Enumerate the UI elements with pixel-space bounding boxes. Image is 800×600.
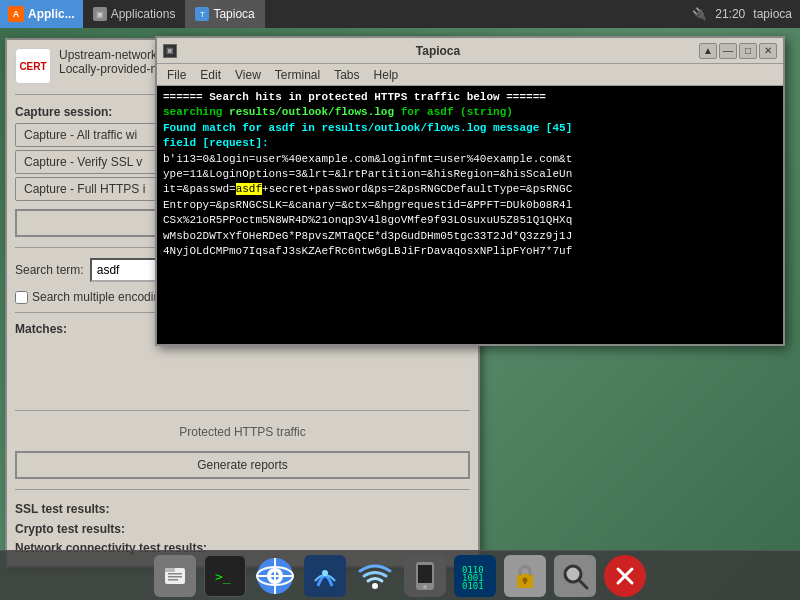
terminal-line-1: ====== Search hits in protected HTTPS tr…	[163, 90, 777, 105]
terminal-menu-tabs[interactable]: Tabs	[328, 66, 365, 84]
wifi-icon-svg	[356, 557, 394, 595]
dock-close-icon[interactable]	[604, 555, 646, 597]
crypto-label: Crypto test results:	[15, 522, 125, 536]
terminal-line-5: b'i13=0&login=user%40example.com&loginfm…	[163, 152, 777, 167]
dock-files-icon[interactable]	[154, 555, 196, 597]
dock-phone-icon[interactable]	[404, 555, 446, 597]
taskbar-window-applications[interactable]: ▣ Applications	[83, 0, 186, 28]
svg-point-16	[423, 585, 427, 589]
phone-icon-svg	[412, 561, 438, 591]
terminal-line-6: ype=11&LoginOptions=3&lrt=&lrtPartition=…	[163, 167, 777, 182]
terminal-window: ▣ Tapioca ▲ — □ ✕ File Edit View Termina…	[155, 36, 785, 346]
protected-https-label: Protected HTTPS traffic	[15, 421, 470, 443]
svg-rect-4	[168, 579, 178, 581]
generate-reports-btn[interactable]: Generate reports	[15, 451, 470, 479]
svg-point-12	[322, 570, 328, 576]
terminal-btn-minimize[interactable]: —	[719, 43, 737, 59]
terminal-line-4: field [request]:	[163, 136, 777, 151]
tapioca-window-icon: T	[195, 7, 209, 21]
svg-rect-3	[168, 576, 182, 578]
files-icon-svg	[161, 562, 189, 590]
dock-search-icon[interactable]	[554, 555, 596, 597]
terminal-line-2: searching results/outlook/flows.log for …	[163, 105, 777, 120]
taskbar-bottom: >_	[0, 550, 800, 600]
ssl-test-results: SSL test results:	[15, 500, 470, 519]
dock-lock-icon[interactable]	[504, 555, 546, 597]
browser-icon-svg	[255, 556, 295, 596]
svg-line-24	[579, 580, 587, 588]
terminal-menu-edit[interactable]: Edit	[194, 66, 227, 84]
wireshark-icon-svg	[310, 561, 340, 591]
clock: 21:20	[715, 7, 745, 21]
binary-icon-svg: 0110 1001 0101	[460, 561, 490, 591]
terminal-btn-maximize[interactable]: □	[739, 43, 757, 59]
divider-3	[15, 410, 470, 411]
lock-icon-svg	[511, 561, 539, 591]
tapioca-window-label: Tapioca	[213, 7, 254, 21]
dock-binary-icon[interactable]: 0110 1001 0101	[454, 555, 496, 597]
app-menu-icon: A	[8, 6, 24, 22]
terminal-btn-up[interactable]: ▲	[699, 43, 717, 59]
terminal-line-8: Entropy=&psRNGCSLK=&canary=&ctx=&hpgrequ…	[163, 198, 777, 213]
terminal-icon-svg: >_	[211, 562, 239, 590]
crypto-test-results: Crypto test results:	[15, 520, 470, 539]
dock-wifi-icon[interactable]	[354, 555, 396, 597]
terminal-menu-file[interactable]: File	[161, 66, 192, 84]
terminal-content: ====== Search hits in protected HTTPS tr…	[157, 86, 783, 344]
taskbar-top: A Applic... ▣ Applications T Tapioca 🔌 2…	[0, 0, 800, 28]
terminal-titlebar: ▣ Tapioca ▲ — □ ✕	[157, 38, 783, 64]
terminal-menu-help[interactable]: Help	[368, 66, 405, 84]
matches-label: Matches:	[15, 322, 67, 336]
terminal-line-3: Found match for asdf in results/outlook/…	[163, 121, 777, 136]
applications-window-icon: ▣	[93, 7, 107, 21]
app-menu-label: Applic...	[28, 7, 75, 21]
terminal-menu-view[interactable]: View	[229, 66, 267, 84]
terminal-window-buttons: ▲ — □ ✕	[699, 43, 777, 59]
cert-logo: CERT	[15, 48, 51, 84]
terminal-line-7: it=&passwd=asdf+secret+password&ps=2&psR…	[163, 182, 777, 197]
svg-rect-22	[524, 580, 526, 584]
search-term-label: Search term:	[15, 263, 84, 277]
ssl-label: SSL test results:	[15, 502, 109, 516]
terminal-title-icon: ▣	[163, 44, 177, 58]
terminal-line-10: wMsbo2DWTxYfOHeRDeG*P8pvsZMTaQCE*d3pGudD…	[163, 229, 777, 244]
svg-rect-1	[165, 568, 175, 572]
app-menu-button[interactable]: A Applic...	[0, 0, 83, 28]
svg-text:0101: 0101	[462, 581, 484, 591]
terminal-btn-close[interactable]: ✕	[759, 43, 777, 59]
taskbar-window-tapioca[interactable]: T Tapioca	[185, 0, 264, 28]
svg-point-13	[372, 583, 378, 589]
search-multiple-encodings-label: Search multiple encodings	[32, 290, 173, 304]
terminal-line-9: CSx%21oR5PPoctm5N8WR4D%21onqp3V4l8goVMfe…	[163, 213, 777, 228]
svg-text:>_: >_	[215, 569, 231, 584]
terminal-menu-terminal[interactable]: Terminal	[269, 66, 326, 84]
close-icon-svg	[613, 564, 637, 588]
dock-browser-icon[interactable]	[254, 555, 296, 597]
username: tapioca	[753, 7, 792, 21]
dock-terminal-icon[interactable]: >_	[204, 555, 246, 597]
dock-wireshark-icon[interactable]	[304, 555, 346, 597]
network-indicator: 🔌	[692, 7, 707, 21]
terminal-line-11: 4NyjOLdCMPmo7IqsafJ3sKZAefRc6ntw6gLBJiFr…	[163, 244, 777, 259]
terminal-menubar: File Edit View Terminal Tabs Help	[157, 64, 783, 86]
svg-rect-15	[418, 565, 432, 583]
search-icon-svg	[560, 561, 590, 591]
taskbar-right: 🔌 21:20 tapioca	[684, 7, 800, 21]
terminal-title: Tapioca	[181, 44, 695, 58]
desktop: A Applic... ▣ Applications T Tapioca 🔌 2…	[0, 0, 800, 600]
svg-rect-2	[168, 573, 182, 575]
divider-4	[15, 489, 470, 490]
matches-content-spacer	[15, 345, 470, 400]
search-multiple-encodings-checkbox[interactable]	[15, 291, 28, 304]
applications-window-label: Applications	[111, 7, 176, 21]
